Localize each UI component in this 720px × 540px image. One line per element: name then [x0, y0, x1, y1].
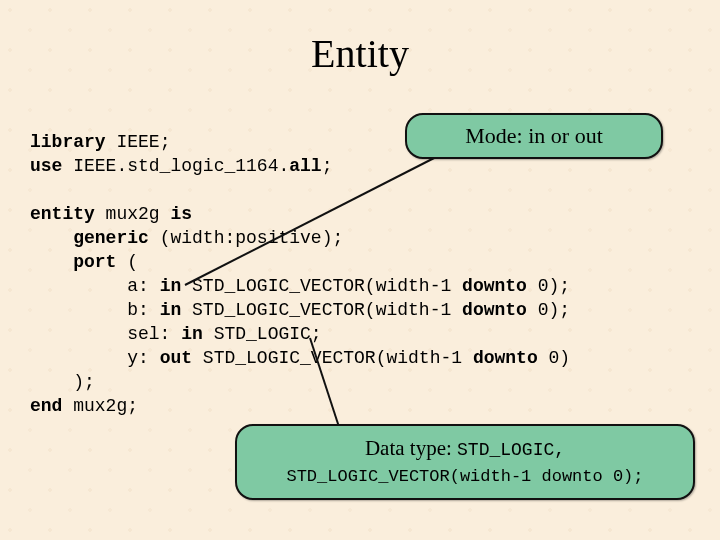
kw-in-sel: in	[181, 324, 203, 344]
port-y-tail: 0)	[538, 348, 570, 368]
port-close: );	[73, 372, 95, 392]
kw-out-y: out	[160, 348, 192, 368]
slide-title: Entity	[0, 30, 720, 77]
kw-in-a: in	[160, 276, 182, 296]
port-sel-name: sel:	[127, 324, 181, 344]
callout-datatype-type1: STD_LOGIC	[457, 440, 554, 460]
entity-name: mux2g	[95, 204, 171, 224]
kw-library: library	[30, 132, 106, 152]
kw-is: is	[170, 204, 192, 224]
lib-name: IEEE;	[106, 132, 171, 152]
kw-entity: entity	[30, 204, 95, 224]
end-rest: mux2g;	[62, 396, 138, 416]
callout-datatype-sep: ,	[554, 440, 565, 460]
kw-all: all	[289, 156, 321, 176]
port-b-name: b:	[127, 300, 159, 320]
vhdl-code-block: library IEEE; use IEEE.std_logic_1164.al…	[30, 130, 570, 418]
port-a-tail: 0);	[527, 276, 570, 296]
kw-end: end	[30, 396, 62, 416]
callout-mode-text: in or out	[528, 123, 603, 148]
port-b-tail: 0);	[527, 300, 570, 320]
port-open: (	[116, 252, 138, 272]
kw-port: port	[73, 252, 116, 272]
callout-datatype-type2: STD_LOGIC_VECTOR(width-1 downto 0);	[249, 467, 681, 486]
kw-downto-b: downto	[462, 300, 527, 320]
semi-1: ;	[322, 156, 333, 176]
callout-mode: Mode: in or out	[405, 113, 663, 159]
port-b-rest: STD_LOGIC_VECTOR(width-1	[181, 300, 462, 320]
port-a-name: a:	[127, 276, 159, 296]
port-y-rest: STD_LOGIC_VECTOR(width-1	[192, 348, 473, 368]
port-a-rest: STD_LOGIC_VECTOR(width-1	[181, 276, 462, 296]
port-y-name: y:	[127, 348, 159, 368]
kw-use: use	[30, 156, 62, 176]
kw-downto-y: downto	[473, 348, 538, 368]
port-sel-rest: STD_LOGIC;	[203, 324, 322, 344]
callout-datatype: Data type: STD_LOGIC, STD_LOGIC_VECTOR(w…	[235, 424, 695, 500]
kw-in-b: in	[160, 300, 182, 320]
use-rest: IEEE.std_logic_1164.	[62, 156, 289, 176]
kw-generic: generic	[73, 228, 149, 248]
kw-downto-a: downto	[462, 276, 527, 296]
generic-rest: (width:positive);	[149, 228, 343, 248]
callout-mode-prefix: Mode:	[465, 123, 528, 148]
callout-datatype-prefix: Data type:	[365, 436, 457, 460]
